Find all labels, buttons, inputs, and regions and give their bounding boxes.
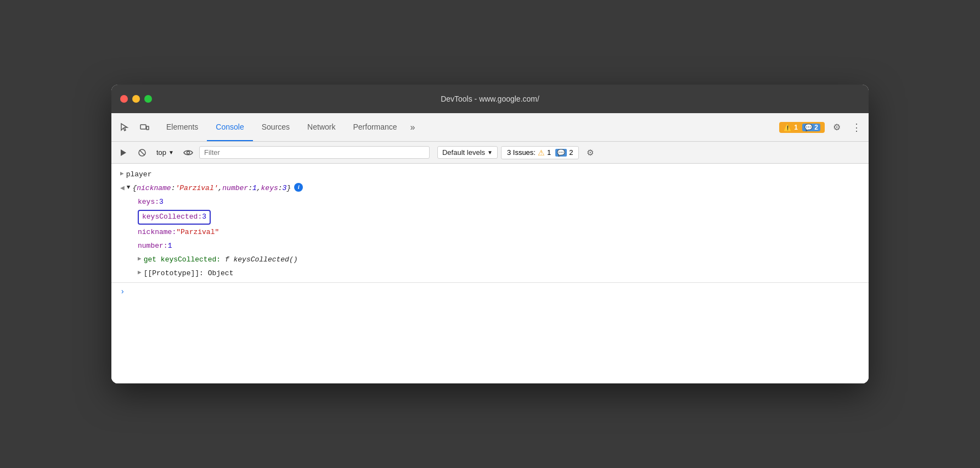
getter-expand-arrow[interactable]: ▶ bbox=[138, 254, 142, 264]
more-options-button[interactable]: ⋮ bbox=[849, 120, 864, 135]
block-icon bbox=[138, 148, 147, 157]
devtools-window: DevTools - www.google.com/ bbox=[111, 85, 869, 383]
tab-network[interactable]: Network bbox=[298, 113, 344, 141]
tab-console[interactable]: Console bbox=[207, 113, 252, 141]
maximize-button[interactable] bbox=[144, 95, 152, 103]
filter-input[interactable] bbox=[199, 146, 430, 159]
prototype-value: Object bbox=[208, 268, 234, 280]
devtools-body: Elements Console Sources Network Perform… bbox=[111, 113, 869, 383]
more-tabs-button[interactable]: » bbox=[406, 113, 420, 141]
tabs-bar: Elements Console Sources Network Perform… bbox=[157, 113, 775, 141]
number-prop-value: 1 bbox=[168, 241, 172, 252]
nickname-prop-label: nickname: bbox=[138, 227, 176, 238]
prototype-row[interactable]: ▶ [[Prototype]]: Object bbox=[111, 267, 869, 281]
svg-rect-0 bbox=[140, 125, 146, 129]
toolbar-right: ⚠️ 1 💬 2 ⚙ ⋮ bbox=[779, 120, 864, 135]
number-prop-label: number: bbox=[138, 241, 168, 252]
back-nav-icon[interactable]: ◀ bbox=[120, 183, 125, 194]
eye-icon bbox=[183, 149, 193, 156]
play-icon bbox=[119, 148, 128, 157]
player-row[interactable]: ▶ player bbox=[111, 168, 869, 182]
settings-button[interactable]: ⚙ bbox=[829, 120, 844, 135]
object-number-val: 1 bbox=[252, 183, 257, 194]
warn-icon: ⚠️ bbox=[784, 124, 792, 131]
svg-marker-2 bbox=[121, 149, 126, 156]
getter-label: get keysCollected: bbox=[144, 254, 225, 266]
device-toggle-button[interactable] bbox=[136, 119, 153, 136]
tab-elements[interactable]: Elements bbox=[157, 113, 207, 141]
getter-row[interactable]: ▶ get keysCollected: f keysCollected() bbox=[111, 253, 869, 267]
console-settings-button[interactable]: ⚙ bbox=[582, 145, 598, 160]
levels-dropdown[interactable]: Default levels ▼ bbox=[437, 146, 498, 159]
toolbar-icons bbox=[116, 119, 153, 136]
inspect-element-button[interactable] bbox=[116, 119, 133, 136]
issues-badge[interactable]: ⚠️ 1 💬 2 bbox=[779, 122, 825, 133]
object-nickname-key: nickname bbox=[137, 183, 171, 194]
object-nickname-val: 'Parzival' bbox=[175, 183, 218, 194]
tab-sources[interactable]: Sources bbox=[253, 113, 298, 141]
svg-point-5 bbox=[187, 151, 189, 154]
tab-performance[interactable]: Performance bbox=[344, 113, 405, 141]
eye-icon-button[interactable] bbox=[181, 145, 196, 160]
keys-collected-highlight: keysCollected: 3 bbox=[138, 210, 211, 225]
number-row[interactable]: number: 1 bbox=[111, 239, 869, 253]
keys-collected-row[interactable]: keysCollected: 3 bbox=[111, 209, 869, 226]
prompt-chevron-icon: › bbox=[120, 287, 125, 296]
close-button[interactable] bbox=[120, 95, 128, 103]
cursor-icon bbox=[120, 122, 129, 132]
clear-console-button[interactable] bbox=[116, 145, 131, 160]
console-toolbar: top ▼ Default levels ▼ 3 Issues: ⚠ 1 💬 2 bbox=[111, 142, 869, 164]
object-brace-open: { bbox=[132, 183, 137, 194]
object-keys-key: keys bbox=[261, 183, 278, 194]
keys-property-row[interactable]: keys: 3 bbox=[111, 196, 869, 209]
object-number-key: number bbox=[222, 183, 248, 194]
issues-info-icon: 💬 bbox=[555, 149, 567, 157]
player-expand-arrow[interactable]: ▶ bbox=[120, 169, 124, 179]
getter-fn: f keysCollected() bbox=[225, 254, 298, 266]
object-row[interactable]: ◀ ▼ { nickname : 'Parzival' , number : 1… bbox=[111, 182, 869, 196]
nickname-row[interactable]: nickname: "Parzival" bbox=[111, 226, 869, 239]
object-expand-arrow[interactable]: ▼ bbox=[127, 183, 131, 193]
main-toolbar: Elements Console Sources Network Perform… bbox=[111, 113, 869, 142]
window-title: DevTools - www.google.com/ bbox=[441, 94, 539, 103]
chat-icon: 💬 2 bbox=[802, 124, 820, 131]
title-bar: DevTools - www.google.com/ bbox=[111, 85, 869, 113]
context-selector[interactable]: top ▼ bbox=[153, 147, 177, 158]
svg-rect-1 bbox=[147, 126, 149, 130]
console-separator bbox=[111, 282, 869, 283]
keys-collected-value: 3 bbox=[202, 211, 206, 223]
keys-collected-label: keysCollected: bbox=[142, 211, 202, 223]
keys-prop-value: 3 bbox=[159, 197, 164, 208]
prototype-label: [[Prototype]]: bbox=[144, 268, 204, 280]
minimize-button[interactable] bbox=[132, 95, 140, 103]
traffic-lights bbox=[120, 95, 152, 103]
svg-line-4 bbox=[140, 150, 145, 155]
object-info-icon[interactable]: i bbox=[294, 183, 303, 192]
issues-count-display[interactable]: 3 Issues: ⚠ 1 💬 2 bbox=[501, 146, 579, 159]
block-icon-button[interactable] bbox=[134, 145, 150, 160]
issues-warn-icon: ⚠ bbox=[538, 148, 545, 157]
levels-dropdown-arrow: ▼ bbox=[487, 149, 493, 155]
keys-prop-label: keys: bbox=[138, 197, 159, 208]
console-prompt[interactable]: › bbox=[111, 285, 869, 298]
dropdown-arrow-icon: ▼ bbox=[168, 149, 174, 155]
console-content: ▶ player ◀ ▼ { nickname : 'Parzival' , n… bbox=[111, 164, 869, 383]
player-label: player bbox=[126, 169, 152, 181]
prototype-expand-arrow[interactable]: ▶ bbox=[138, 268, 142, 278]
nickname-prop-value: "Parzival" bbox=[176, 227, 219, 238]
device-icon bbox=[139, 122, 149, 132]
